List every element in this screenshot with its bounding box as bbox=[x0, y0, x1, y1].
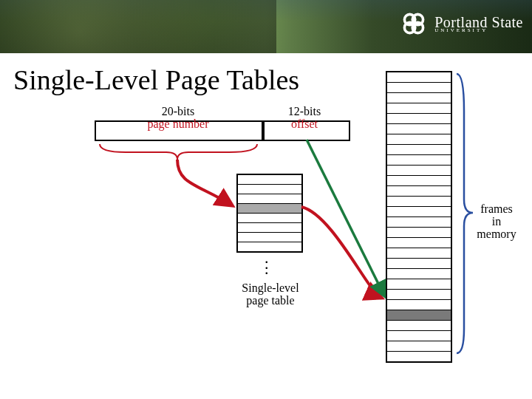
frames-table bbox=[386, 71, 452, 363]
page-title: Single-Level Page Tables bbox=[13, 64, 532, 96]
banner-dark-overlay bbox=[0, 0, 276, 53]
university-logo: Portland State UNIVERSITY bbox=[400, 10, 523, 37]
interlock-icon bbox=[400, 10, 427, 37]
frames-caption: frames in memory bbox=[470, 203, 523, 240]
offset-label: offset bbox=[291, 117, 318, 130]
banner: Portland State UNIVERSITY bbox=[0, 0, 532, 53]
frame-selected bbox=[387, 310, 451, 321]
offset-bits-value: 12-bits bbox=[288, 105, 321, 117]
logo-sub: UNIVERSITY bbox=[434, 28, 523, 33]
pt-row bbox=[238, 242, 301, 251]
ellipsis-icon: ... bbox=[265, 255, 269, 272]
pt-row bbox=[238, 194, 301, 204]
page-table bbox=[236, 174, 303, 253]
pt-row bbox=[238, 175, 301, 185]
pt-row bbox=[238, 185, 301, 194]
pt-row bbox=[238, 233, 301, 242]
offset-box bbox=[262, 120, 350, 141]
page-number-box bbox=[95, 120, 265, 141]
arrows bbox=[0, 0, 532, 399]
pt-row bbox=[238, 214, 301, 223]
offset-bits-label: 12-bits offset bbox=[262, 106, 347, 131]
page-number-label: page number bbox=[147, 117, 208, 130]
page-bits-label: 20-bits page number bbox=[95, 106, 262, 131]
pt-row-selected bbox=[238, 204, 301, 214]
pt-row bbox=[238, 223, 301, 233]
page-bits-value: 20-bits bbox=[162, 105, 194, 117]
page-table-caption: Single-level page table bbox=[231, 282, 310, 307]
